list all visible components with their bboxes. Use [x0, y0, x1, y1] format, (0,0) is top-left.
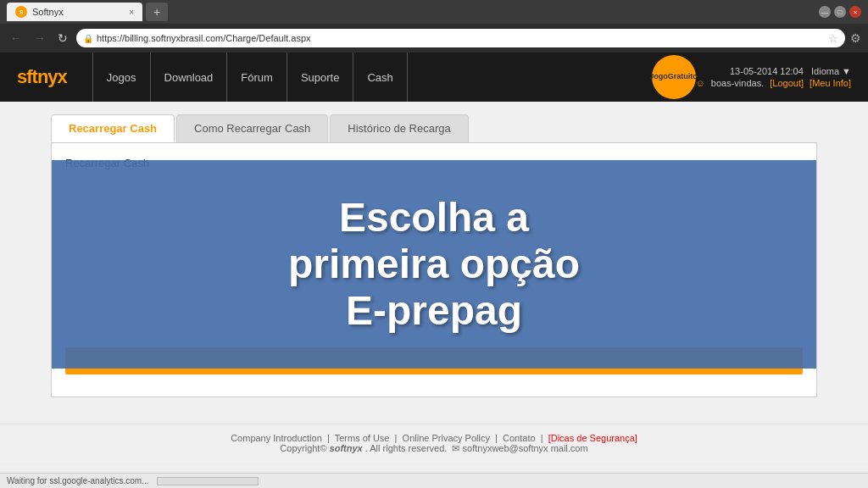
tab-como-recarregar[interactable]: Como Recarregar Cash — [176, 114, 328, 142]
refresh-button[interactable]: ↻ — [54, 30, 71, 47]
nav-forum[interactable]: Fórum — [227, 53, 287, 102]
url-text: https://billing.softnyxbrasil.com/Charge… — [97, 33, 311, 43]
bookmark-button[interactable]: ☆ — [828, 32, 838, 45]
address-bar-row: ← → ↻ 🔒 https://billing.softnyxbrasil.co… — [0, 24, 868, 53]
jogo-gratuito-badge[interactable]: Jogo Gratuito — [652, 55, 696, 99]
browser-window: S Softnyx × + — □ × ← → ↻ 🔒 https://bill… — [0, 0, 868, 488]
minimize-button[interactable]: — — [819, 6, 831, 18]
smiley-icon: ☺ — [696, 78, 705, 88]
website-content: sftnyx Jogos Download Fórum Suporte Cash… — [0, 53, 868, 473]
settings-icon[interactable]: ⚙ — [850, 31, 861, 45]
site-main-content: Recarregar Cash Como Recarregar Cash His… — [0, 102, 868, 424]
site-nav: Jogos Download Fórum Suporte Cash — [92, 53, 643, 102]
site-logo[interactable]: sftnyx — [17, 66, 67, 88]
forward-button[interactable]: → — [31, 30, 49, 47]
overlay-banner: Escolha a primeira opção E-prepag — [52, 160, 816, 369]
logo-rest: ftnyx — [26, 66, 67, 87]
header-right: 13-05-2014 12:04 Idioma ▼ ☺ boas-vindas.… — [696, 66, 851, 88]
status-bar: Waiting for ssl.google-analytics.com... — [0, 473, 868, 488]
logo-s: s — [17, 66, 26, 87]
nav-download[interactable]: Download — [151, 53, 228, 102]
nav-cash[interactable]: Cash — [353, 53, 407, 102]
browser-tab[interactable]: S Softnyx × — [7, 3, 142, 21]
nav-suporte[interactable]: Suporte — [287, 53, 354, 102]
nav-jogos[interactable]: Jogos — [92, 53, 151, 102]
close-button[interactable]: × — [849, 6, 861, 18]
dicas-seguranca-link[interactable]: [Dicas de Segurança] — [548, 433, 637, 443]
logout-link[interactable]: [Logout] — [770, 78, 804, 88]
window-controls: — □ × — [819, 6, 861, 18]
back-button[interactable]: ← — [7, 30, 25, 47]
maximize-button[interactable]: □ — [834, 6, 846, 18]
content-tabs: Recarregar Cash Como Recarregar Cash His… — [51, 114, 817, 142]
overlay-text: Escolha a primeira opção E-prepag — [77, 194, 791, 335]
content-panel: Recarregar Cash Escolha a primeira opção… — [51, 142, 817, 397]
tab-favicon: S — [15, 6, 27, 18]
tab-title: Softnyx — [32, 7, 64, 17]
ssl-lock-icon: 🔒 — [83, 34, 93, 43]
footer-copyright: Copyright© softnyx . All rights reserved… — [8, 443, 860, 454]
header-user-info: ☺ boas-vindas. [Logout] [Meu Info] — [696, 78, 851, 88]
site-footer: Company Introduction | Terms of Use | On… — [0, 424, 868, 463]
status-text: Waiting for ssl.google-analytics.com... — [7, 476, 148, 485]
address-bar[interactable]: 🔒 https://billing.softnyxbrasil.com/Char… — [76, 29, 845, 47]
meu-info-link[interactable]: [Meu Info] — [810, 78, 851, 88]
header-datetime: 13-05-2014 12:04 Idioma ▼ — [696, 66, 851, 76]
tab-bar: S Softnyx × + — □ × — [0, 0, 868, 24]
tab-recarregar-cash[interactable]: Recarregar Cash — [51, 114, 175, 142]
site-header: sftnyx Jogos Download Fórum Suporte Cash… — [0, 53, 868, 102]
tab-close-button[interactable]: × — [129, 8, 134, 17]
tab-historico[interactable]: Histórico de Recarga — [330, 114, 468, 142]
new-tab-button[interactable]: + — [146, 3, 168, 21]
footer-links: Company Introduction | Terms of Use | On… — [8, 433, 860, 443]
status-progress-bar — [157, 477, 259, 485]
